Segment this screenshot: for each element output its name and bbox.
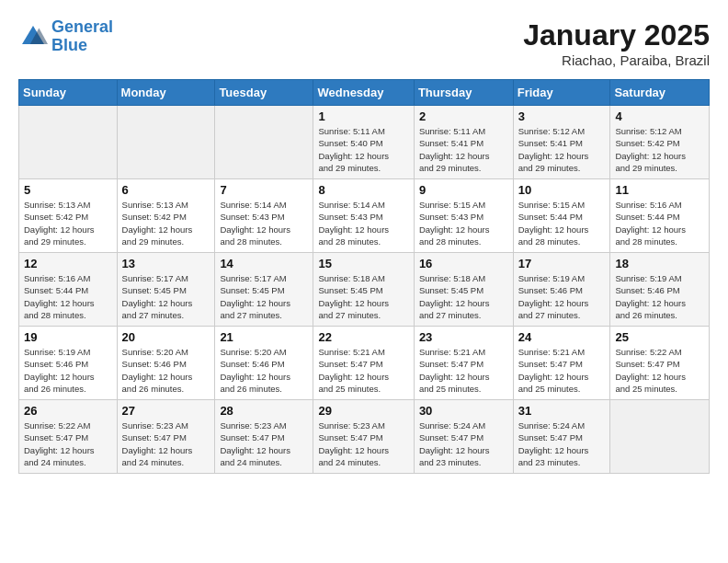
calendar-cell: 18Sunrise: 5:19 AM Sunset: 5:46 PM Dayli… — [610, 253, 710, 327]
day-number: 15 — [318, 257, 408, 270]
day-info: Sunrise: 5:21 AM Sunset: 5:47 PM Dayligh… — [318, 346, 408, 395]
column-header-thursday: Thursday — [414, 80, 513, 106]
day-info: Sunrise: 5:15 AM Sunset: 5:43 PM Dayligh… — [419, 199, 508, 247]
calendar-cell: 25Sunrise: 5:22 AM Sunset: 5:47 PM Dayli… — [610, 327, 710, 400]
day-number: 8 — [318, 183, 408, 197]
day-info: Sunrise: 5:23 AM Sunset: 5:47 PM Dayligh… — [122, 419, 210, 468]
logo-icon — [18, 22, 48, 52]
day-number: 28 — [220, 404, 308, 418]
day-info: Sunrise: 5:24 AM Sunset: 5:47 PM Dayligh… — [419, 419, 508, 468]
calendar-cell: 30Sunrise: 5:24 AM Sunset: 5:47 PM Dayli… — [414, 400, 513, 474]
calendar-cell: 20Sunrise: 5:20 AM Sunset: 5:46 PM Dayli… — [117, 327, 215, 400]
calendar-subtitle: Riachao, Paraiba, Brazil — [523, 52, 710, 68]
day-number: 18 — [615, 257, 704, 270]
day-info: Sunrise: 5:13 AM Sunset: 5:42 PM Dayligh… — [24, 199, 112, 247]
column-header-saturday: Saturday — [610, 80, 710, 106]
calendar-week-row: 26Sunrise: 5:22 AM Sunset: 5:47 PM Dayli… — [19, 400, 710, 474]
day-number: 22 — [318, 330, 408, 344]
day-number: 1 — [318, 109, 408, 123]
day-info: Sunrise: 5:14 AM Sunset: 5:43 PM Dayligh… — [318, 199, 408, 247]
day-info: Sunrise: 5:15 AM Sunset: 5:44 PM Dayligh… — [518, 199, 606, 247]
calendar-cell: 7Sunrise: 5:14 AM Sunset: 5:43 PM Daylig… — [215, 179, 313, 253]
day-info: Sunrise: 5:12 AM Sunset: 5:42 PM Dayligh… — [615, 125, 704, 174]
day-number: 23 — [419, 330, 508, 344]
day-info: Sunrise: 5:17 AM Sunset: 5:45 PM Dayligh… — [122, 272, 210, 321]
day-info: Sunrise: 5:23 AM Sunset: 5:47 PM Dayligh… — [318, 419, 408, 468]
day-number: 10 — [518, 183, 606, 197]
calendar-cell: 2Sunrise: 5:11 AM Sunset: 5:41 PM Daylig… — [414, 106, 513, 179]
calendar-cell — [610, 400, 710, 474]
day-number: 25 — [615, 330, 704, 344]
calendar-cell: 29Sunrise: 5:23 AM Sunset: 5:47 PM Dayli… — [313, 400, 414, 474]
calendar-cell — [117, 106, 215, 179]
calendar-cell: 24Sunrise: 5:21 AM Sunset: 5:47 PM Dayli… — [513, 327, 610, 400]
day-number: 29 — [318, 404, 408, 418]
logo-blue: Blue — [51, 36, 87, 54]
day-info: Sunrise: 5:23 AM Sunset: 5:47 PM Dayligh… — [220, 419, 308, 468]
day-number: 3 — [518, 109, 606, 123]
day-number: 19 — [24, 330, 112, 344]
day-info: Sunrise: 5:17 AM Sunset: 5:45 PM Dayligh… — [220, 272, 308, 321]
calendar-header-row: SundayMondayTuesdayWednesdayThursdayFrid… — [19, 80, 710, 106]
calendar-cell: 21Sunrise: 5:20 AM Sunset: 5:46 PM Dayli… — [215, 327, 313, 400]
calendar-cell: 26Sunrise: 5:22 AM Sunset: 5:47 PM Dayli… — [19, 400, 118, 474]
calendar-cell: 16Sunrise: 5:18 AM Sunset: 5:45 PM Dayli… — [414, 253, 513, 327]
day-number: 30 — [419, 404, 508, 418]
calendar-cell: 4Sunrise: 5:12 AM Sunset: 5:42 PM Daylig… — [610, 106, 710, 179]
day-number: 2 — [419, 109, 508, 123]
logo: General Blue — [18, 18, 113, 55]
logo-general: General — [51, 17, 113, 36]
column-header-sunday: Sunday — [19, 80, 118, 106]
day-info: Sunrise: 5:19 AM Sunset: 5:46 PM Dayligh… — [615, 272, 704, 321]
day-number: 9 — [419, 183, 508, 197]
day-number: 7 — [220, 183, 308, 197]
calendar-cell: 6Sunrise: 5:13 AM Sunset: 5:42 PM Daylig… — [117, 179, 215, 253]
calendar-table: SundayMondayTuesdayWednesdayThursdayFrid… — [18, 79, 710, 474]
day-number: 31 — [518, 404, 606, 418]
calendar-week-row: 19Sunrise: 5:19 AM Sunset: 5:46 PM Dayli… — [19, 327, 710, 400]
day-number: 4 — [615, 109, 704, 123]
day-info: Sunrise: 5:21 AM Sunset: 5:47 PM Dayligh… — [419, 346, 508, 395]
calendar-title: January 2025 — [523, 18, 710, 52]
calendar-cell: 13Sunrise: 5:17 AM Sunset: 5:45 PM Dayli… — [117, 253, 215, 327]
day-number: 20 — [122, 330, 210, 344]
calendar-cell: 11Sunrise: 5:16 AM Sunset: 5:44 PM Dayli… — [610, 179, 710, 253]
calendar-cell: 5Sunrise: 5:13 AM Sunset: 5:42 PM Daylig… — [19, 179, 118, 253]
day-info: Sunrise: 5:20 AM Sunset: 5:46 PM Dayligh… — [220, 346, 308, 395]
day-number: 13 — [122, 257, 210, 270]
day-info: Sunrise: 5:19 AM Sunset: 5:46 PM Dayligh… — [518, 272, 606, 321]
calendar-cell: 17Sunrise: 5:19 AM Sunset: 5:46 PM Dayli… — [513, 253, 610, 327]
column-header-friday: Friday — [513, 80, 610, 106]
calendar-cell: 10Sunrise: 5:15 AM Sunset: 5:44 PM Dayli… — [513, 179, 610, 253]
column-header-tuesday: Tuesday — [215, 80, 313, 106]
calendar-cell: 28Sunrise: 5:23 AM Sunset: 5:47 PM Dayli… — [215, 400, 313, 474]
title-block: January 2025 Riachao, Paraiba, Brazil — [523, 18, 710, 68]
day-number: 11 — [615, 183, 704, 197]
calendar-cell: 31Sunrise: 5:24 AM Sunset: 5:47 PM Dayli… — [513, 400, 610, 474]
day-info: Sunrise: 5:21 AM Sunset: 5:47 PM Dayligh… — [518, 346, 606, 395]
day-info: Sunrise: 5:18 AM Sunset: 5:45 PM Dayligh… — [318, 272, 408, 321]
day-number: 12 — [24, 257, 112, 270]
day-number: 24 — [518, 330, 606, 344]
calendar-cell: 1Sunrise: 5:11 AM Sunset: 5:40 PM Daylig… — [313, 106, 414, 179]
calendar-cell: 22Sunrise: 5:21 AM Sunset: 5:47 PM Dayli… — [313, 327, 414, 400]
day-number: 17 — [518, 257, 606, 270]
calendar-week-row: 12Sunrise: 5:16 AM Sunset: 5:44 PM Dayli… — [19, 253, 710, 327]
day-number: 27 — [122, 404, 210, 418]
day-number: 21 — [220, 330, 308, 344]
day-info: Sunrise: 5:20 AM Sunset: 5:46 PM Dayligh… — [122, 346, 210, 395]
calendar-week-row: 1Sunrise: 5:11 AM Sunset: 5:40 PM Daylig… — [19, 106, 710, 179]
day-info: Sunrise: 5:11 AM Sunset: 5:40 PM Dayligh… — [318, 125, 408, 174]
day-info: Sunrise: 5:12 AM Sunset: 5:41 PM Dayligh… — [518, 125, 606, 174]
day-info: Sunrise: 5:18 AM Sunset: 5:45 PM Dayligh… — [419, 272, 508, 321]
calendar-cell: 12Sunrise: 5:16 AM Sunset: 5:44 PM Dayli… — [19, 253, 118, 327]
calendar-cell: 9Sunrise: 5:15 AM Sunset: 5:43 PM Daylig… — [414, 179, 513, 253]
calendar-cell — [19, 106, 118, 179]
calendar-cell: 8Sunrise: 5:14 AM Sunset: 5:43 PM Daylig… — [313, 179, 414, 253]
day-number: 14 — [220, 257, 308, 270]
calendar-cell — [215, 106, 313, 179]
column-header-wednesday: Wednesday — [313, 80, 414, 106]
day-info: Sunrise: 5:22 AM Sunset: 5:47 PM Dayligh… — [615, 346, 704, 395]
day-info: Sunrise: 5:22 AM Sunset: 5:47 PM Dayligh… — [24, 419, 112, 468]
calendar-cell: 19Sunrise: 5:19 AM Sunset: 5:46 PM Dayli… — [19, 327, 118, 400]
